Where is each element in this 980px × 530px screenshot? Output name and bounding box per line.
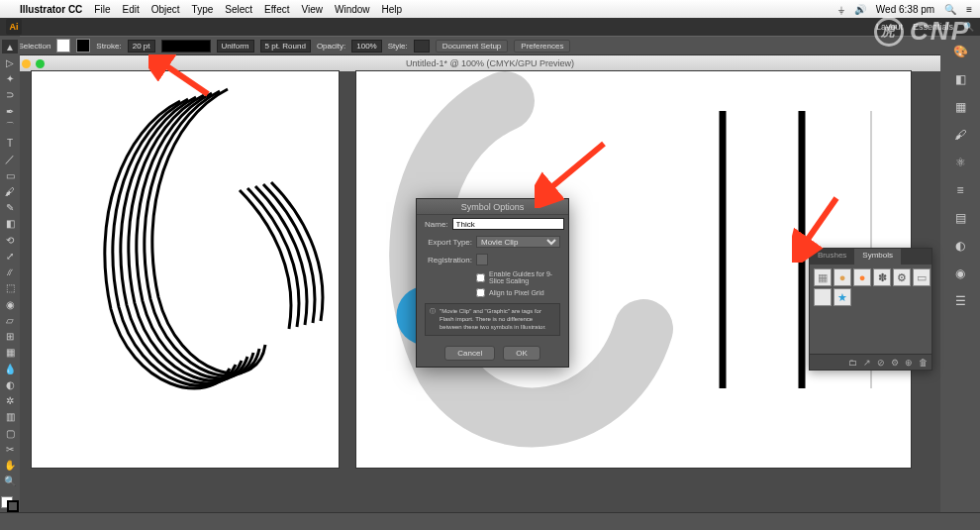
symbol-swatch[interactable]: ★	[833, 288, 851, 306]
menu-object[interactable]: Object	[151, 4, 180, 15]
appearance-panel-icon[interactable]: ◉	[950, 264, 970, 283]
hand-tool[interactable]: ✋	[2, 459, 18, 473]
app-menu[interactable]: Illustrator CC	[20, 4, 82, 15]
direct-selection-tool[interactable]: ▷	[2, 55, 18, 69]
eyedropper-tool[interactable]: 💧	[2, 362, 18, 375]
volume-icon[interactable]: 🔊	[854, 4, 866, 15]
ok-button[interactable]: OK	[503, 346, 540, 361]
paintbrush-tool[interactable]: 🖌	[2, 184, 18, 198]
menu-help[interactable]: Help	[382, 4, 403, 15]
color-guide-panel-icon[interactable]: ◧	[950, 69, 970, 89]
cancel-button[interactable]: Cancel	[444, 346, 495, 361]
rectangle-tool[interactable]: ▭	[2, 168, 18, 182]
artboard-tool[interactable]: ▢	[2, 426, 18, 440]
slice-tool[interactable]: ✂	[2, 442, 18, 456]
menu-file[interactable]: File	[94, 4, 110, 15]
symbol-swatch[interactable]: ▭	[913, 268, 931, 286]
style-select[interactable]	[414, 40, 430, 53]
new-symbol-icon[interactable]: ⊕	[905, 358, 913, 368]
application-bar: Ai Layout Essentials 🔍	[0, 18, 980, 36]
minimize-icon[interactable]	[22, 59, 31, 68]
slice-scaling-label: Enable Guides for 9-Slice Scaling	[489, 270, 560, 284]
name-field[interactable]	[452, 218, 564, 230]
pixel-grid-label: Align to Pixel Grid	[489, 289, 544, 296]
transparency-panel-icon[interactable]: ◐	[950, 236, 970, 256]
menu-edit[interactable]: Edit	[122, 4, 139, 15]
fill-stroke-control[interactable]	[1, 496, 19, 512]
symbol-sprayer-tool[interactable]: ✲	[2, 394, 18, 408]
wifi-icon[interactable]: ⏚	[838, 4, 844, 15]
watermark-text: CNP	[910, 16, 970, 47]
artboard-1[interactable]	[32, 71, 339, 468]
panel-footer: 🗀 ↗ ⊘ ⚙ ⊕ 🗑	[810, 354, 931, 370]
stroke-swatch[interactable]	[76, 39, 90, 53]
macos-menubar: Illustrator CC File Edit Object Type Sel…	[0, 0, 980, 18]
eraser-tool[interactable]: ◧	[2, 217, 18, 231]
curvature-tool[interactable]: ⌒	[2, 120, 18, 134]
stroke-panel-icon[interactable]: ≡	[950, 180, 970, 200]
document-title: Untitled-1* @ 100% (CMYK/GPU Preview)	[406, 58, 574, 68]
fill-swatch[interactable]	[56, 39, 70, 53]
pixel-grid-checkbox[interactable]	[476, 288, 485, 297]
line-tool[interactable]: ／	[2, 153, 18, 166]
stroke-weight-field[interactable]: 20 pt	[128, 40, 155, 53]
break-link-icon[interactable]: ⊘	[877, 358, 885, 368]
symbol-swatch[interactable]: ●	[853, 268, 871, 286]
document-setup-button[interactable]: Document Setup	[436, 40, 509, 53]
watermark-icon: 虎	[874, 17, 904, 47]
symbol-swatch[interactable]: ✽	[873, 268, 891, 286]
ai-logo: Ai	[6, 19, 22, 35]
registration-label: Registration:	[425, 256, 472, 265]
brushes-tab[interactable]: Brushes	[810, 249, 854, 265]
layers-panel-icon[interactable]: ☰	[950, 291, 970, 311]
rotate-tool[interactable]: ⟲	[2, 233, 18, 247]
type-tool[interactable]: T	[2, 137, 18, 151]
menu-type[interactable]: Type	[192, 4, 214, 15]
gradient-tool[interactable]: ▦	[2, 346, 18, 360]
perspective-tool[interactable]: ▱	[2, 313, 18, 327]
zoom-icon[interactable]	[36, 59, 45, 68]
place-symbol-icon[interactable]: ↗	[863, 358, 871, 368]
width-tool[interactable]: ⫽	[2, 265, 18, 279]
menu-window[interactable]: Window	[335, 4, 370, 15]
free-transform-tool[interactable]: ⬚	[2, 281, 18, 295]
opacity-field[interactable]: 100%	[351, 40, 381, 53]
symbols-panel-icon[interactable]: ⚛	[950, 153, 970, 172]
mesh-tool[interactable]: ⊞	[2, 330, 18, 344]
preferences-button[interactable]: Preferences	[514, 40, 570, 53]
slice-scaling-checkbox[interactable]	[476, 273, 485, 282]
gradient-panel-icon[interactable]: ▤	[950, 208, 970, 228]
brush-select[interactable]: 5 pt. Round	[260, 40, 311, 53]
selection-tool[interactable]: ▲	[2, 40, 18, 53]
registration-grid[interactable]	[476, 254, 488, 265]
pen-tool[interactable]: ✒	[2, 104, 18, 118]
watermark: 虎 CNP	[874, 16, 970, 47]
spotlight-icon[interactable]: 🔍	[944, 4, 956, 15]
symbol-swatch[interactable]: ●	[833, 268, 851, 286]
export-type-select[interactable]: Movie Clip	[476, 236, 560, 248]
brushes-panel-icon[interactable]: 🖌	[950, 125, 970, 145]
menu-select[interactable]: Select	[225, 4, 252, 15]
pencil-tool[interactable]: ✎	[2, 201, 18, 215]
clock[interactable]: Wed 6:38 pm	[876, 4, 934, 15]
graph-tool[interactable]: ▥	[2, 410, 18, 424]
symbol-swatch[interactable]: ⚙	[893, 268, 911, 286]
zoom-tool[interactable]: 🔍	[2, 475, 18, 488]
delete-symbol-icon[interactable]: 🗑	[919, 358, 928, 368]
blend-tool[interactable]: ◐	[2, 377, 18, 391]
symbol-swatch[interactable]: ▦	[814, 268, 832, 286]
scale-tool[interactable]: ⤢	[2, 249, 18, 263]
magic-wand-tool[interactable]: ✦	[2, 72, 18, 86]
symbol-options-dialog: Symbol Options Name: Export Type: Movie …	[416, 198, 569, 368]
menu-effect[interactable]: Effect	[264, 4, 289, 15]
menu-extra-icon[interactable]: ≡	[966, 4, 972, 15]
lasso-tool[interactable]: ⊃	[2, 88, 18, 102]
swatches-panel-icon[interactable]: ▦	[950, 97, 970, 117]
profile-select[interactable]: Uniform	[217, 40, 254, 53]
symbols-tab[interactable]: Symbols	[854, 249, 901, 265]
shape-builder-tool[interactable]: ◉	[2, 297, 18, 311]
symbol-libraries-icon[interactable]: 🗀	[848, 358, 857, 368]
menu-view[interactable]: View	[301, 4, 323, 15]
symbol-swatch[interactable]	[814, 288, 832, 306]
symbol-options-icon[interactable]: ⚙	[891, 358, 899, 368]
